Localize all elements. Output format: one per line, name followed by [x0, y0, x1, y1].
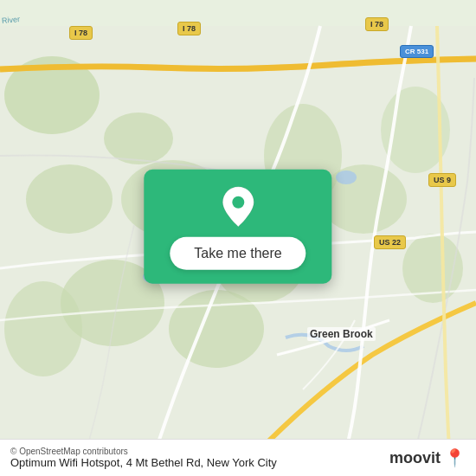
highway-i78-label-3: I 78 — [365, 17, 389, 31]
take-me-there-button[interactable]: Take me there — [170, 237, 306, 270]
svg-point-16 — [232, 196, 244, 209]
highway-i78-label-1: I 78 — [69, 26, 93, 40]
svg-point-13 — [336, 170, 357, 184]
highway-us9-label: US 9 — [428, 173, 456, 187]
moovit-pin-icon: 📍 — [444, 447, 466, 468]
highway-cr531-label: CR 531 — [400, 45, 434, 58]
attribution-text: © OpenStreetMap contributors — [10, 447, 277, 456]
bottom-bar-info: © OpenStreetMap contributors Optimum Wif… — [10, 447, 277, 469]
location-pin-icon — [221, 185, 255, 228]
cta-overlay: Take me there — [144, 170, 331, 284]
svg-point-3 — [26, 164, 113, 234]
svg-point-9 — [320, 164, 407, 234]
green-brook-label: Green Brook — [307, 327, 376, 341]
svg-point-2 — [104, 113, 173, 164]
svg-point-6 — [4, 281, 82, 376]
green-box: Take me there — [144, 170, 331, 284]
river-label: River — [2, 15, 21, 25]
moovit-brand-text: moovit — [389, 449, 441, 467]
highway-us22-label: US 22 — [374, 235, 406, 249]
bottom-bar: © OpenStreetMap contributors Optimum Wif… — [0, 439, 476, 476]
moovit-logo: moovit 📍 — [389, 447, 466, 468]
location-title: Optimum Wifi Hotspot, 4 Mt Bethel Rd, Ne… — [10, 456, 277, 469]
map-container: I 78 I 78 I 78 CR 531 US 9 US 22 Green B… — [0, 0, 476, 476]
highway-i78-label-2: I 78 — [177, 22, 201, 35]
